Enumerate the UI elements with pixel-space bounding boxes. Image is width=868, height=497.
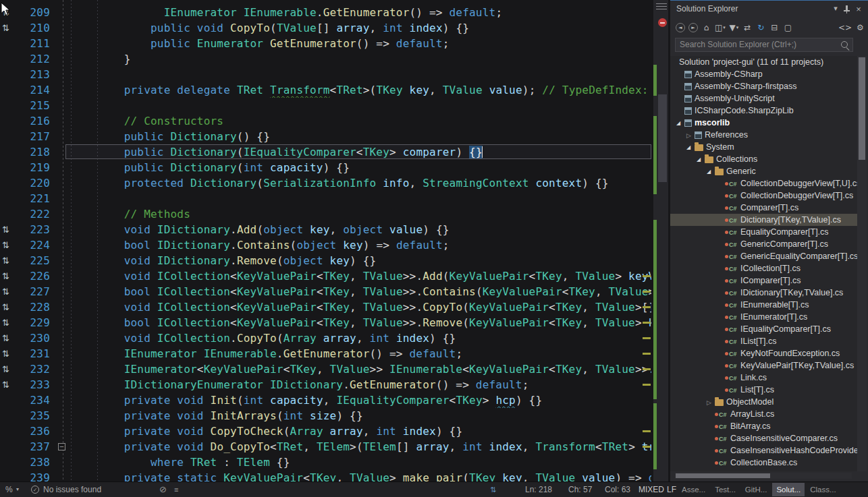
collapse-arrow-icon[interactable]: ▷ — [686, 129, 695, 142]
code-line[interactable]: 212 } — [0, 51, 670, 67]
code-line[interactable]: 220 protected Dictionary(SerializationIn… — [0, 175, 670, 191]
tree-item[interactable]: ◢System — [670, 141, 857, 153]
expand-arrow-icon[interactable]: ◢ — [676, 117, 684, 129]
tree-item[interactable]: C#Comparer[T].cs — [670, 202, 857, 214]
pin-icon[interactable] — [843, 5, 850, 13]
chevron-down-icon[interactable]: ▾ — [16, 482, 19, 497]
code-line[interactable]: 216 // Constructors — [0, 113, 670, 129]
search-icon[interactable] — [841, 41, 848, 48]
tree-item[interactable]: C#CaseInsensitiveHashCodeProvider.cs — [670, 444, 857, 457]
tree-item[interactable]: Assembly-CSharp — [670, 68, 857, 80]
expand-arrow-icon[interactable]: ◢ — [697, 154, 705, 166]
filter-icon[interactable]: ▼▾ — [729, 22, 739, 33]
tree-item[interactable]: C#ICollection[T].cs — [670, 262, 857, 274]
tree-item[interactable]: C#IDictionary[TKey,TValue].cs — [670, 287, 857, 299]
code-line[interactable]: ⇅226 void ICollection<KeyValuePair<TKey,… — [0, 268, 670, 284]
tree-item[interactable]: C#ArrayList.cs — [670, 408, 857, 420]
code-line[interactable]: 221 — [0, 191, 670, 206]
char-indicator[interactable]: Ch: 57 — [568, 482, 592, 497]
code-line[interactable]: 218 public Dictionary(IEqualityComparer<… — [0, 144, 670, 160]
properties-icon[interactable]: ⚙ — [855, 22, 865, 33]
code-line[interactable]: 238 where TRet : TElem {} — [0, 455, 670, 470]
code-line[interactable]: 213 — [0, 67, 670, 82]
code-line[interactable]: 239 private static KeyValuePair<TKey, TV… — [0, 470, 670, 481]
tree-item[interactable]: C#KeyNotFoundException.cs — [670, 347, 857, 359]
tree-item[interactable]: Assembly-UnityScript — [670, 92, 857, 105]
code-line[interactable]: ⇅225 void IDictionary.Remove(object key)… — [0, 253, 670, 268]
expand-arrow-icon[interactable]: ◢ — [707, 166, 715, 178]
code-line[interactable]: 222 // Methods — [0, 206, 670, 222]
tree-item[interactable]: C#IEnumerable[T].cs — [670, 299, 857, 311]
code-line[interactable]: ⇅229 bool ICollection<KeyValuePair<TKey,… — [0, 315, 670, 330]
tree-item[interactable]: ICSharpCode.SharpZipLib — [670, 105, 857, 117]
code-line[interactable]: ⇅231 IEnumerator IEnumerable.GetEnumerat… — [0, 346, 670, 361]
solution-explorer-search-input[interactable]: Search Solution Explorer (Ctrl+;) — [675, 38, 853, 52]
tree-item[interactable]: C#IEqualityComparer[T].cs — [670, 323, 857, 335]
scrollbar-thumb[interactable] — [859, 57, 865, 160]
tree-item[interactable]: C#GenericComparer[T].cs — [670, 238, 857, 250]
tree-item[interactable]: C#IComparer[T].cs — [670, 274, 857, 287]
back-icon[interactable]: ◄ — [676, 23, 685, 32]
switch-views-icon[interactable]: ◫▾ — [715, 22, 726, 33]
tree-item[interactable]: C#EqualityComparer[T].cs — [670, 226, 857, 238]
code-line[interactable]: 234 private void Init(int capacity, IEqu… — [0, 392, 670, 408]
tool-window-tab[interactable]: Asse... — [678, 483, 709, 496]
code-line[interactable]: ⇅230 void ICollection.CopyTo(Array array… — [0, 330, 670, 346]
tree-item[interactable]: C#BitArray.cs — [670, 420, 857, 432]
zoom-indicator[interactable]: % — [5, 482, 13, 497]
code-line[interactable]: ⇅233 IDictionaryEnumerator IDictionary.G… — [0, 377, 670, 392]
window-menu-icon[interactable]: ▾ — [831, 4, 840, 13]
code-line[interactable]: ⇅228 void ICollection<KeyValuePair<TKey,… — [0, 299, 670, 315]
code-editor[interactable]: ⇅209 IEnumerator IEnumerable.GetEnumerat… — [0, 0, 670, 481]
suppress-icon[interactable]: ⊘ — [159, 482, 167, 497]
tree-item[interactable]: C#CollectionDebuggerView[T,U].cs — [670, 177, 857, 189]
show-all-files-icon[interactable]: ▢ — [783, 22, 793, 33]
tree-item[interactable]: C#Dictionary[TKey,TValue].cs — [670, 214, 857, 226]
code-line[interactable]: 215 — [0, 98, 670, 113]
code-line[interactable]: 214 private delegate TRet Transform<TRet… — [0, 82, 670, 98]
tree-item[interactable]: C#Link.cs — [670, 372, 857, 384]
close-icon[interactable]: × — [854, 4, 863, 14]
code-line[interactable]: ⇅227 bool ICollection<KeyValuePair<TKey,… — [0, 284, 670, 299]
tree-item[interactable]: C#CaseInsensitiveComparer.cs — [670, 432, 857, 444]
horizontal-scrollbar[interactable] — [675, 473, 852, 479]
code-line[interactable]: 217 public Dictionary() {} — [0, 129, 670, 144]
tree-item[interactable]: C#KeyValuePair[TKey,TValue].cs — [670, 359, 857, 372]
line-ending-indicator[interactable]: LF — [667, 482, 676, 497]
issues-status[interactable]: No issues found — [43, 482, 101, 497]
tree-item[interactable]: ◢mscorlib — [670, 117, 857, 129]
tree-item[interactable]: Solution 'project-gui' (11 of 11 project… — [670, 56, 857, 68]
code-line[interactable]: 236 private void CopyToCheck(Array array… — [0, 423, 670, 439]
tree-item[interactable]: ▷ObjectModel — [670, 396, 857, 408]
code-line[interactable]: 219 public Dictionary(int capacity) {} — [0, 160, 670, 175]
line-indicator[interactable]: Ln: 218 — [525, 482, 552, 497]
options-icon[interactable]: ≡ — [174, 482, 178, 497]
code-line[interactable]: 237 private void Do_CopyTo<TRet, TElem>(… — [0, 439, 670, 455]
tree-item[interactable]: Assembly-CSharp-firstpass — [670, 80, 857, 92]
code-line[interactable]: 235 private void InitArrays(int size) {} — [0, 408, 670, 423]
tree-item[interactable]: ◢Collections — [670, 153, 857, 165]
expand-arrow-icon[interactable]: ◢ — [686, 142, 695, 154]
code-line[interactable]: ⇅223 void IDictionary.Add(object key, ob… — [0, 222, 670, 237]
tool-window-tab[interactable]: GitH... — [741, 483, 771, 496]
scrollbar-thumb[interactable] — [676, 473, 770, 478]
tool-window-tab[interactable]: Test... — [711, 483, 740, 496]
fold-collapse-box[interactable]: – — [58, 443, 65, 450]
tree-item[interactable]: C#IEnumerator[T].cs — [670, 311, 857, 323]
tree-item[interactable]: ▷References — [670, 129, 857, 141]
collapse-all-icon[interactable]: ⊟ — [769, 22, 780, 33]
refresh-icon[interactable]: ↻ — [756, 22, 766, 33]
tool-window-tab[interactable]: Solut... — [772, 483, 805, 496]
scrollbar-split-grip[interactable] — [656, 3, 667, 11]
code-line[interactable]: 211 public Enumerator GetEnumerator() =>… — [0, 36, 670, 51]
tree-item[interactable]: C#GenericEqualityComparer[T].cs — [670, 250, 857, 262]
double-arrow-icon[interactable]: ⇅ — [490, 482, 496, 497]
view-code-icon[interactable]: <> — [838, 22, 852, 33]
tree-item[interactable]: C#IList[T].cs — [670, 335, 857, 347]
encoding-indicator[interactable]: MIXED — [639, 482, 664, 497]
home-icon[interactable]: ⌂ — [701, 22, 711, 33]
column-indicator[interactable]: Col: 63 — [605, 482, 630, 497]
tree-item[interactable]: ◢Generic — [670, 165, 857, 177]
code-line[interactable]: ⇅224 bool IDictionary.Contains(object ke… — [0, 237, 670, 253]
sync-active-document-icon[interactable]: ⇄ — [742, 22, 753, 33]
